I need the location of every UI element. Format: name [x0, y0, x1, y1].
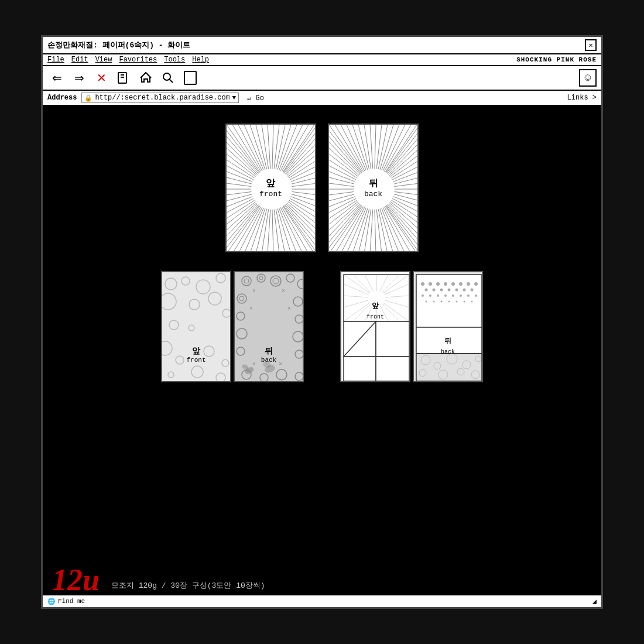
svg-point-267 [433, 301, 435, 303]
home-button[interactable] [136, 68, 155, 87]
svg-point-262 [452, 294, 454, 297]
svg-point-247 [451, 282, 455, 286]
resize-handle[interactable]: ◢ [592, 597, 597, 606]
svg-point-245 [436, 282, 440, 286]
svg-point-268 [441, 301, 443, 303]
dropdown-icon[interactable]: ▼ [232, 94, 236, 101]
svg-point-271 [464, 301, 465, 303]
svg-point-256 [463, 289, 466, 292]
svg-point-266 [426, 301, 427, 303]
svg-point-249 [467, 282, 470, 286]
lock-icon: 🔒 [84, 94, 93, 102]
top-card-row: 앞 front [225, 124, 419, 252]
bubble-front-card[interactable]: 앞 front [161, 271, 231, 382]
menu-help[interactable]: Help [192, 56, 209, 64]
forward-button[interactable]: ⇒ [70, 68, 88, 87]
panel-front-korean: 앞 [372, 302, 379, 310]
refresh-button[interactable] [114, 68, 133, 87]
footer-description: 모조지 120g / 30장 구성(3도안 10장씩) [111, 580, 265, 591]
address-label: Address [47, 94, 77, 102]
menu-file[interactable]: File [47, 56, 64, 64]
toolbar-buttons: ⇐ ⇒ ✕ [47, 68, 200, 87]
status-icon: 🌐 [47, 598, 56, 605]
handwritten-number: 12u [52, 565, 100, 595]
panel-front-card[interactable]: 앞 front [340, 271, 410, 382]
svg-text:×: × [282, 288, 285, 294]
svg-point-260 [437, 294, 439, 297]
svg-point-259 [429, 294, 431, 297]
stop-button[interactable]: ✕ [92, 68, 111, 87]
svg-point-265 [475, 294, 477, 297]
back-label-top: 뒤 back [364, 177, 382, 198]
svg-text:×: × [287, 306, 291, 312]
address-input[interactable] [95, 94, 229, 102]
svg-point-264 [467, 294, 470, 297]
svg-point-272 [471, 301, 473, 303]
go-button[interactable]: ↵ Go [247, 94, 264, 102]
back-button[interactable]: ⇐ [47, 68, 66, 87]
svg-rect-238 [376, 321, 409, 357]
svg-point-251 [425, 289, 428, 292]
links-label[interactable]: Links > [567, 94, 597, 102]
rose-back-label: 뒤 back [235, 346, 303, 364]
toolbar: ⇐ ⇒ ✕ ☺ [43, 66, 601, 91]
window-title: 손정만화재질: 페이퍼(6속지) - 화이트 [47, 40, 190, 50]
dot-back-korean: 뒤 [444, 337, 451, 345]
close-button[interactable]: ✕ [585, 39, 597, 51]
svg-rect-239 [344, 357, 376, 381]
bottom-left-pair: 앞 front [161, 271, 304, 382]
svg-point-246 [444, 282, 447, 286]
svg-point-252 [433, 289, 436, 292]
address-bar: Address 🔒 ▼ ↵ Go Links > [43, 91, 601, 106]
panel-front-english: front [366, 314, 384, 320]
brand-label: SHOCKING PINK ROSE [516, 56, 597, 63]
browser-window: 손정만화재질: 페이퍼(6속지) - 화이트 ✕ File Edit View … [41, 35, 603, 609]
svg-point-270 [456, 301, 458, 303]
search-button[interactable] [159, 68, 177, 87]
favorites-button[interactable] [181, 68, 200, 87]
svg-point-248 [459, 282, 463, 286]
svg-point-255 [455, 289, 458, 292]
svg-point-257 [471, 289, 474, 292]
menu-view[interactable]: View [95, 56, 112, 64]
svg-point-243 [421, 282, 424, 286]
bubble-front-label: 앞 front [162, 346, 230, 364]
dot-back-english: back [441, 349, 455, 355]
svg-point-254 [448, 289, 451, 292]
title-bar: 손정만화재질: 페이퍼(6속지) - 화이트 ✕ [43, 37, 601, 54]
menu-favorites[interactable]: Favorites [119, 56, 157, 64]
status-text: Find me [58, 598, 85, 605]
bottom-right-pair: 앞 front [340, 271, 483, 382]
browser-content: 앞 front [43, 106, 601, 600]
address-input-wrap: 🔒 ▼ [81, 93, 239, 103]
menu-items: File Edit View Favorites Tools Help [47, 56, 209, 64]
smiley-button[interactable]: ☺ [579, 69, 597, 87]
front-card-top[interactable]: 앞 front [225, 124, 316, 252]
svg-point-269 [448, 301, 450, 303]
svg-point-261 [444, 294, 447, 297]
svg-line-4 [169, 79, 173, 83]
svg-rect-5 [184, 71, 196, 84]
menu-tools[interactable]: Tools [164, 56, 185, 64]
menu-edit[interactable]: Edit [71, 56, 88, 64]
svg-point-253 [440, 289, 443, 292]
bottom-card-row: 앞 front [161, 271, 483, 382]
svg-rect-240 [376, 357, 409, 381]
rose-back-card[interactable]: × × × × × × 뒤 back [234, 271, 304, 382]
svg-text:×: × [249, 306, 253, 312]
svg-point-263 [460, 294, 462, 297]
svg-point-258 [422, 294, 424, 297]
dot-back-card[interactable]: 뒤 back [413, 271, 483, 382]
svg-text:×: × [252, 288, 256, 294]
menu-bar: File Edit View Favorites Tools Help SHOC… [43, 54, 601, 66]
status-bar: 🌐 Find me ◢ [43, 594, 601, 607]
svg-point-250 [474, 282, 478, 286]
front-label-top: 앞 front [259, 177, 282, 198]
back-card-top[interactable]: 뒤 back [328, 124, 419, 252]
svg-point-244 [429, 282, 432, 286]
